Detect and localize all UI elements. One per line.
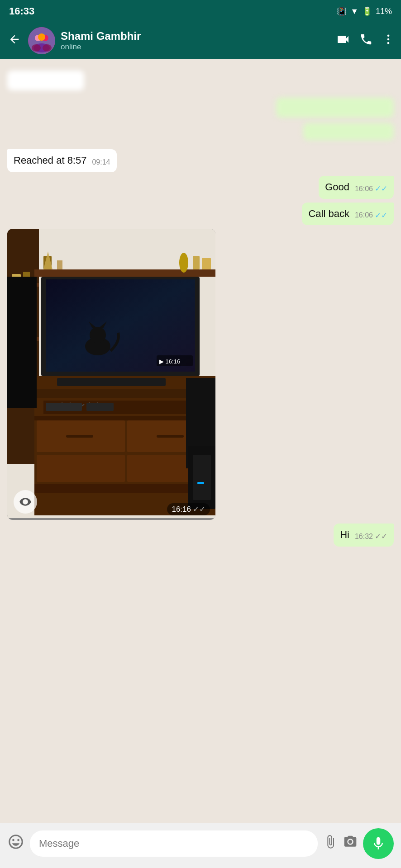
svg-rect-47 [37, 455, 125, 482]
message-row-image: ▶ 16:16 [7, 229, 394, 520]
svg-rect-40 [46, 403, 82, 411]
bubble-time-callback: 16:06 [355, 210, 373, 220]
svg-point-23 [179, 253, 188, 273]
forward-button[interactable] [14, 490, 37, 514]
contact-info[interactable]: Shami Gambhir online [61, 30, 330, 52]
image-ticks: ✓✓ [193, 505, 205, 514]
status-time: 16:33 [9, 5, 34, 17]
bubble-meta-hi: 16:32 ✓✓ [353, 531, 387, 542]
blurred-messages-section [7, 63, 394, 147]
svg-rect-50 [7, 277, 37, 408]
svg-rect-24 [193, 256, 200, 269]
svg-rect-54 [197, 482, 204, 484]
contact-name: Shami Gambhir [61, 30, 330, 42]
svg-point-9 [387, 42, 390, 44]
blurred-msg-1-row [7, 71, 394, 90]
svg-rect-22 [57, 260, 62, 269]
bubble-time-reached: 09:14 [92, 157, 110, 167]
svg-rect-25 [202, 258, 211, 269]
vibrate-icon: 📳 [337, 6, 347, 16]
svg-point-6 [43, 44, 52, 52]
bottom-nav [0, 863, 401, 868]
back-button[interactable] [6, 31, 23, 51]
svg-rect-46 [157, 435, 184, 438]
image-container: ▶ 16:16 [7, 229, 215, 520]
bubble-meta-reached: 09:14 [90, 157, 110, 167]
svg-rect-53 [193, 455, 211, 500]
status-bar: 16:33 📳 ▼ 🔋 11% [0, 0, 401, 23]
image-time: 16:16 [172, 505, 191, 514]
battery-icon: 🔋 [362, 6, 372, 16]
svg-rect-36 [57, 378, 166, 386]
bubble-text-good: Good [325, 180, 349, 194]
tick-hi: ✓✓ [375, 531, 387, 542]
bubble-text-reached: Reached at 8:57 [14, 154, 86, 168]
blurred-msg-2-row [7, 98, 394, 118]
message-input-area [0, 823, 401, 863]
tv-scene-svg: ▶ 16:16 [7, 229, 215, 518]
tick-callback: ✓✓ [375, 210, 387, 221]
message-input[interactable] [30, 830, 318, 857]
mic-icon [371, 836, 386, 851]
message-row-callback: Call back 16:06 ✓✓ [7, 203, 394, 226]
message-row-good: Good 16:06 ✓✓ [7, 176, 394, 199]
svg-point-8 [387, 38, 390, 40]
bubble-text-callback: Call back [308, 207, 349, 221]
battery-percent: 11% [376, 7, 392, 16]
blurred-msg-3-row [7, 123, 394, 140]
chat-header: Shami Gambhir online [0, 23, 401, 59]
svg-rect-44 [66, 435, 93, 438]
message-row-hi: Hi 16:32 ✓✓ [7, 524, 394, 547]
avatar[interactable] [28, 27, 55, 54]
bubble-meta-callback: 16:06 ✓✓ [353, 210, 387, 221]
svg-point-7 [387, 34, 390, 37]
attach-button[interactable] [323, 835, 338, 852]
bubble-time-good: 16:06 [355, 184, 373, 194]
bubble-image[interactable]: ▶ 16:16 [7, 229, 215, 520]
contact-status: online [61, 42, 330, 52]
bubble-text-hi: Hi [340, 528, 349, 542]
bubble-good[interactable]: Good 16:06 ✓✓ [319, 176, 394, 199]
blurred-msg-1 [7, 71, 84, 90]
svg-rect-41 [86, 403, 114, 411]
video-call-button[interactable] [336, 32, 350, 50]
wifi-icon: ▼ [350, 7, 358, 16]
bubble-callback[interactable]: Call back 16:06 ✓✓ [302, 203, 394, 226]
tick-good: ✓✓ [375, 184, 387, 194]
header-actions [336, 32, 395, 50]
svg-rect-19 [34, 269, 215, 277]
blurred-msg-3 [303, 123, 394, 140]
svg-point-30 [90, 327, 106, 343]
bubble-meta-good: 16:06 ✓✓ [353, 184, 387, 194]
camera-button[interactable] [343, 835, 358, 852]
chat-area: Reached at 8:57 09:14 Good 16:06 ✓✓ Call… [0, 59, 401, 823]
more-menu-button[interactable] [382, 33, 395, 49]
blurred-msg-2 [276, 98, 394, 118]
message-row-reached: Reached at 8:57 09:14 [7, 149, 394, 172]
svg-point-5 [32, 44, 41, 52]
svg-text:▶ 16:16: ▶ 16:16 [159, 358, 180, 365]
svg-point-3 [38, 33, 45, 41]
emoji-button[interactable] [7, 833, 24, 854]
mic-button[interactable] [363, 828, 394, 859]
bubble-time-hi: 16:32 [355, 532, 373, 542]
image-time-badge: 16:16 ✓✓ [167, 503, 210, 515]
bubble-reached[interactable]: Reached at 8:57 09:14 [7, 149, 117, 172]
bubble-hi[interactable]: Hi 16:32 ✓✓ [334, 524, 394, 547]
status-icons: 📳 ▼ 🔋 11% [337, 6, 392, 16]
phone-call-button[interactable] [359, 33, 373, 49]
